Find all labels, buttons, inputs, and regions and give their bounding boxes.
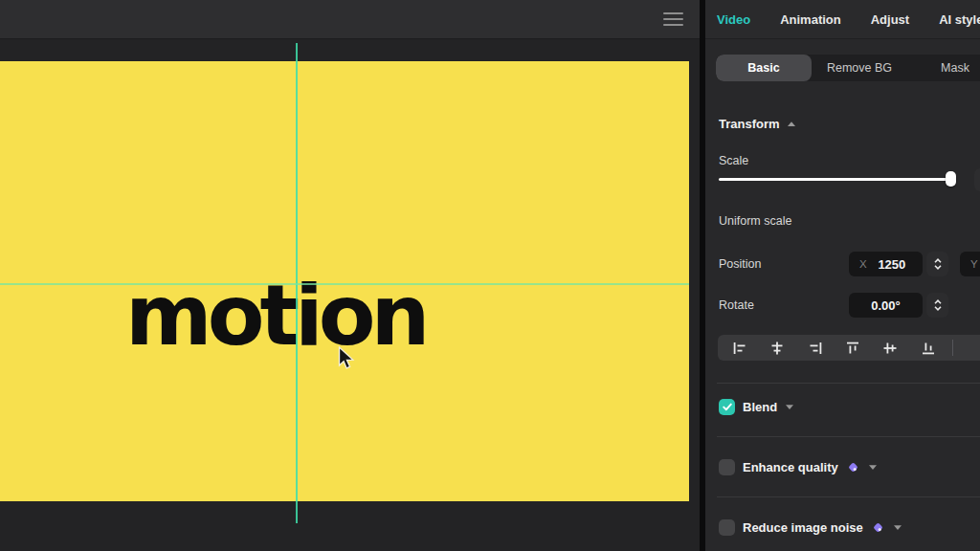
transform-section-header[interactable]: Transform xyxy=(719,117,796,131)
tab-ai-style[interactable]: AI style xyxy=(939,12,980,27)
alignment-toolbar xyxy=(718,335,980,361)
rotate-value[interactable]: 0.00° xyxy=(849,298,923,313)
align-bottom-icon[interactable] xyxy=(909,335,947,361)
panel-tabs: Video Animation Adjust AI style xyxy=(705,0,980,39)
hamburger-menu-icon[interactable] xyxy=(663,12,683,26)
enhance-quality-checkbox[interactable] xyxy=(719,459,735,475)
horizontal-guide-line xyxy=(0,283,689,285)
workspace-header xyxy=(0,0,700,39)
blend-checkbox[interactable] xyxy=(719,399,735,415)
blend-label: Blend xyxy=(743,400,777,414)
blend-expand-icon[interactable] xyxy=(785,404,794,410)
uniform-scale-label: Uniform scale xyxy=(719,214,791,228)
blend-row: Blend xyxy=(719,398,794,415)
subtab-mask[interactable]: Mask xyxy=(907,55,980,81)
scale-slider-thumb[interactable] xyxy=(946,171,956,187)
position-x-value[interactable]: 1250 xyxy=(867,257,923,272)
rotate-label: Rotate xyxy=(719,293,754,318)
transform-title: Transform xyxy=(719,117,780,131)
align-top-icon[interactable] xyxy=(834,335,871,361)
pro-gem-icon xyxy=(871,520,885,535)
rotate-input[interactable]: 0.00° xyxy=(849,293,923,318)
align-center-vertical-icon[interactable] xyxy=(872,335,909,361)
mouse-cursor-icon xyxy=(337,346,355,370)
enhance-quality-row: Enhance quality xyxy=(719,458,878,475)
pro-gem-icon xyxy=(846,460,860,474)
toolbar-separator xyxy=(952,340,953,356)
rotate-stepper[interactable] xyxy=(926,293,948,318)
workspace: motion xyxy=(0,0,700,551)
scale-value-box[interactable] xyxy=(974,168,980,191)
enhance-quality-label: Enhance quality xyxy=(743,460,838,474)
tab-video[interactable]: Video xyxy=(717,12,750,27)
reduce-noise-row: Reduce image noise xyxy=(719,518,902,536)
align-center-horizontal-icon[interactable] xyxy=(758,335,795,361)
properties-panel: Video Animation Adjust AI style Basic Re… xyxy=(705,0,980,551)
position-x-stepper[interactable] xyxy=(926,252,948,276)
preview-canvas[interactable]: motion xyxy=(0,61,689,501)
enhance-quality-expand-icon[interactable] xyxy=(868,464,878,471)
collapse-triangle-icon[interactable] xyxy=(787,121,796,127)
reduce-noise-expand-icon[interactable] xyxy=(893,524,902,531)
video-editor-app: motion Video Animation Adjust AI style B… xyxy=(0,0,980,551)
position-label: Position xyxy=(719,252,761,276)
section-divider xyxy=(717,383,980,384)
scale-label: Scale xyxy=(719,154,748,167)
tab-adjust[interactable]: Adjust xyxy=(871,12,909,27)
reduce-noise-checkbox[interactable] xyxy=(719,519,735,536)
align-extra-icon[interactable] xyxy=(958,335,980,361)
align-left-icon[interactable] xyxy=(721,335,758,361)
section-divider xyxy=(717,496,980,497)
basic-subtabs: Basic Remove BG Mask xyxy=(716,55,980,81)
position-y-input[interactable]: Y xyxy=(960,252,980,276)
align-right-icon[interactable] xyxy=(796,335,834,361)
canvas-text-layer[interactable]: motion xyxy=(125,275,426,358)
scale-slider[interactable] xyxy=(719,178,950,181)
section-divider xyxy=(717,436,980,437)
reduce-noise-label: Reduce image noise xyxy=(743,520,863,535)
position-x-prefix: X xyxy=(849,258,867,270)
subtab-remove-bg[interactable]: Remove BG xyxy=(812,55,907,81)
subtab-basic[interactable]: Basic xyxy=(716,55,812,81)
tab-animation[interactable]: Animation xyxy=(780,12,841,27)
position-y-prefix: Y xyxy=(960,258,978,270)
position-x-input[interactable]: X 1250 xyxy=(849,252,923,276)
